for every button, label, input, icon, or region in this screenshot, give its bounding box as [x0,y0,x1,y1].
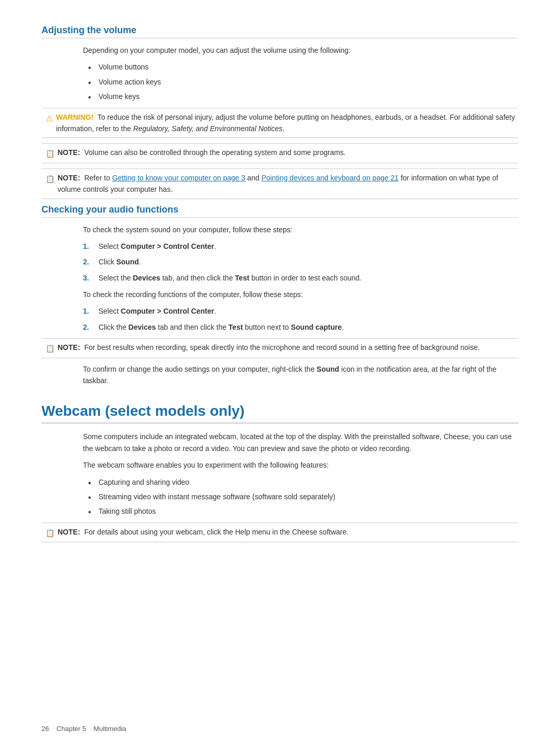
note-label-2: NOTE: [58,174,80,182]
audio-steps-list-2: 1. Select Computer > Control Center. 2. … [83,305,519,333]
note-text-webcam: For details about using your webcam, cli… [84,528,348,536]
step-text-2-2: Click the Devices tab and then click the… [99,323,344,331]
warning-italic: Regulatory, Safety, and Environmental No… [133,124,283,133]
warning-end: . [283,124,285,133]
note-content-webcam: NOTE: For details about using your webca… [58,526,348,538]
bullet-volume-buttons: Volume buttons [99,61,519,73]
audio-step-1-1: 1. Select Computer > Control Center. [83,241,519,252]
adjusting-volume-intro: Depending on your computer model, you ca… [83,45,519,56]
note-box-2: 📋 NOTE: Refer to Getting to know your co… [41,168,519,199]
checking-audio-heading: Checking your audio functions [41,204,519,218]
note-mid-2: and [245,174,261,182]
warning-text: To reduce the risk of personal injury, a… [56,113,515,133]
step-text-1-2: Click Sound. [99,258,141,266]
note-icon-webcam: 📋 [46,527,54,539]
bullet-streaming-video: Streaming video with instant message sof… [99,491,519,502]
step-text-1-1: Select Computer > Control Center. [99,242,216,250]
note-box-webcam: 📋 NOTE: For details about using your web… [41,523,519,542]
step-num-2-1: 1. [83,305,89,317]
note-content-2: NOTE: Refer to Getting to know your comp… [58,172,519,195]
webcam-intro2: The webcam software enables you to exper… [83,459,519,471]
webcam-intro1: Some computers include an integrated web… [83,431,519,454]
bullet-volume-action-keys: Volume action keys [99,76,519,88]
note-box-1: 📋 NOTE: Volume can also be controlled th… [41,143,519,163]
checking-audio-intro2: To check the recording functions of the … [83,289,519,300]
adjusting-volume-heading: Adjusting the volume [41,25,519,38]
webcam-bullet-list: Capturing and sharing video Streaming vi… [99,476,519,517]
audio-step-2-2: 2. Click the Devices tab and then click … [83,321,519,333]
note-icon-recording: 📋 [46,343,54,354]
note-icon-2: 📋 [46,173,54,185]
footer-chapter: Chapter 5 [57,725,86,733]
step-num-1-3: 3. [83,272,89,284]
note-pre-2: Refer to [84,174,112,182]
bullet-volume-keys: Volume keys [99,91,519,102]
checking-audio-intro1: To check the system sound on your comput… [83,224,519,235]
footer-section: Multimedia [93,725,126,733]
note-content-recording: NOTE: For best results when recording, s… [58,342,480,353]
note-label-webcam: NOTE: [58,528,80,536]
note-label-1: NOTE: [58,148,80,157]
warning-triangle-icon: ⚠ [46,112,53,125]
step-num-1-2: 2. [83,256,89,268]
note-text-recording: For best results when recording, speak d… [84,343,480,352]
footer-page: 26 [41,725,49,733]
note-label-recording: NOTE: [58,343,80,352]
step-num-2-2: 2. [83,321,89,333]
audio-step-1-2: 2. Click Sound. [83,256,519,268]
step-num-1-1: 1. [83,241,89,252]
warning-label: WARNING! [56,113,93,121]
bullet-capture-video: Capturing and sharing video [99,476,519,488]
audio-step-1-3: 3. Select the Devices tab, and then clic… [83,272,519,284]
step-text-1-3: Select the Devices tab, and then click t… [99,274,361,282]
note-content-1: NOTE: Volume can also be controlled thro… [58,147,346,158]
checking-audio-outro: To confirm or change the audio settings … [83,363,519,387]
webcam-heading: Webcam (select models only) [41,403,519,424]
note-text-1: Volume can also be controlled through th… [84,148,345,157]
sound-bold: Sound [317,365,340,373]
bullet-still-photos: Taking still photos [99,505,519,517]
warning-content: WARNING! To reduce the risk of personal … [56,111,519,135]
step-text-2-1: Select Computer > Control Center. [99,307,216,315]
link-getting-to-know[interactable]: Getting to know your computer on page 3 [112,174,245,182]
footer: 26 Chapter 5 Multimedia [41,725,126,733]
volume-bullet-list: Volume buttons Volume action keys Volume… [99,61,519,102]
note-icon-1: 📋 [46,148,54,159]
note-box-recording: 📋 NOTE: For best results when recording,… [41,338,519,358]
audio-steps-list-1: 1. Select Computer > Control Center. 2. … [83,241,519,284]
audio-step-2-1: 1. Select Computer > Control Center. [83,305,519,317]
warning-box: ⚠ WARNING! To reduce the risk of persona… [41,108,519,138]
link-pointing-devices[interactable]: Pointing devices and keyboard on page 21 [261,174,399,182]
